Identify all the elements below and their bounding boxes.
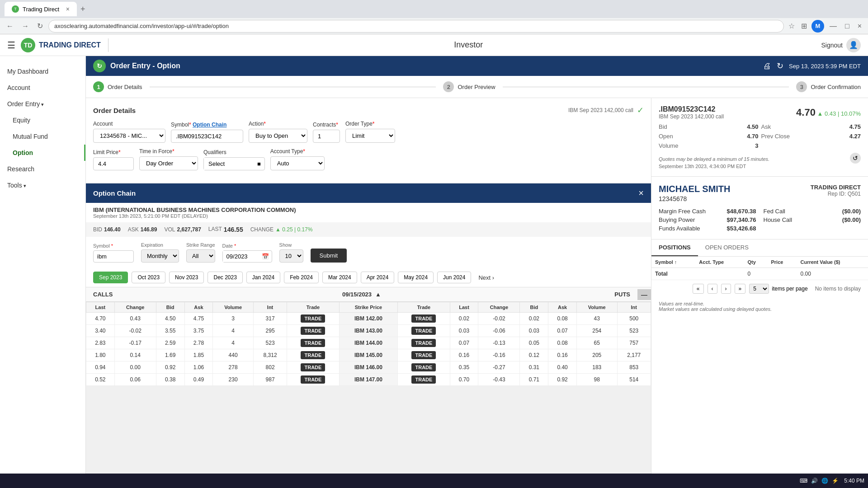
open-orders-tab[interactable]: OPEN ORDERS [698, 239, 756, 256]
submit-button[interactable]: Submit [311, 249, 347, 263]
exp-tab-mar2024[interactable]: Mar 2024 [322, 272, 357, 283]
calls-trade-button-3[interactable]: TRADE [301, 351, 325, 359]
calls-trade-2[interactable]: TRADE [287, 337, 339, 349]
exp-tab-sep2023[interactable]: Sep 2023 [93, 272, 128, 283]
col-acct-type[interactable]: Acct. Type [695, 257, 744, 268]
calls-trade-button-2[interactable]: TRADE [301, 339, 325, 347]
date-filter-label: Date * [222, 243, 272, 249]
puts-trade-3[interactable]: TRADE [398, 349, 450, 361]
back-button[interactable]: ← [4, 20, 16, 32]
puts-trade-button-3[interactable]: TRADE [411, 351, 436, 359]
puts-change-0: -0.02 [478, 313, 520, 325]
date-filter-input[interactable] [223, 251, 259, 262]
form-row-2: Limit Price* Time in Force* Day Order GT… [93, 148, 644, 170]
calls-trade-0[interactable]: TRADE [287, 313, 339, 325]
refresh-button[interactable]: ↻ [777, 61, 783, 71]
contracts-input[interactable] [313, 130, 340, 143]
time-in-force-select[interactable]: Day Order GTC FOK IOC [139, 156, 198, 170]
next-page-button[interactable]: › [721, 284, 731, 294]
forward-button[interactable]: → [19, 20, 32, 32]
col-symbol[interactable]: Symbol ↑ [651, 257, 695, 268]
option-chain-close-button[interactable]: × [638, 188, 644, 198]
window-close-button[interactable]: × [855, 20, 864, 32]
account-type-select[interactable]: Auto Cash Margin [270, 156, 325, 170]
puts-trade-4[interactable]: TRADE [398, 361, 450, 374]
exp-tab-oct2023[interactable]: Oct 2023 [132, 272, 165, 283]
positions-tab[interactable]: POSITIONS [651, 239, 698, 256]
exp-tab-nov2023[interactable]: Nov 2023 [169, 272, 204, 283]
show-filter-select[interactable]: 10 5 20 [279, 249, 303, 263]
sidebar-item-account[interactable]: Account [0, 80, 85, 96]
qualifiers-icon[interactable]: ■ [254, 158, 264, 170]
calendar-icon[interactable]: 📅 [259, 251, 272, 262]
prev-page-button[interactable]: ‹ [708, 284, 717, 294]
order-type-select[interactable]: Limit Market Stop Stop Limit [345, 129, 395, 143]
hamburger-menu[interactable]: ☰ [7, 40, 15, 51]
calls-trade-1[interactable]: TRADE [287, 325, 339, 337]
calls-trade-button-5[interactable]: TRADE [301, 375, 325, 384]
strike-range-filter-select[interactable]: All 5 10 [186, 249, 215, 263]
user-icon[interactable]: 👤 [846, 38, 861, 52]
symbol-input[interactable] [171, 130, 243, 143]
calls-vol-5: 230 [213, 374, 254, 386]
col-qty[interactable]: Qty [744, 257, 768, 268]
extensions-button[interactable]: ⊞ [799, 20, 809, 32]
signout-button[interactable]: Signout [821, 42, 843, 49]
exp-tab-feb2024[interactable]: Feb 2024 [284, 272, 319, 283]
puts-trade-5[interactable]: TRADE [398, 374, 450, 386]
calls-trade-4[interactable]: TRADE [287, 361, 339, 374]
new-tab-button[interactable]: + [80, 5, 85, 14]
sidebar-item-equity[interactable]: Equity [0, 112, 85, 128]
puts-trade-2[interactable]: TRADE [398, 337, 450, 349]
exp-tab-apr2024[interactable]: Apr 2024 [361, 272, 395, 283]
puts-trade-button-5[interactable]: TRADE [411, 375, 436, 384]
stock-refresh-button[interactable]: ↺ [850, 153, 861, 164]
puts-trade-1[interactable]: TRADE [398, 325, 450, 337]
calls-trade-button-0[interactable]: TRADE [301, 314, 325, 323]
calls-trade-button-1[interactable]: TRADE [301, 327, 325, 335]
window-min-button[interactable]: — [827, 20, 840, 32]
exp-tab-may2024[interactable]: May 2024 [398, 272, 434, 283]
limit-price-input[interactable] [93, 157, 134, 170]
reload-button[interactable]: ↻ [34, 20, 46, 32]
puts-trade-button-1[interactable]: TRADE [411, 327, 436, 335]
calls-trade-3[interactable]: TRADE [287, 349, 339, 361]
symbol-filter-input[interactable] [93, 250, 134, 263]
first-page-button[interactable]: « [693, 284, 704, 294]
exp-tab-dec2023[interactable]: Dec 2023 [208, 272, 242, 283]
exp-tab-jun2024[interactable]: Jun 2024 [437, 272, 471, 283]
collapse-button[interactable]: — [637, 289, 651, 300]
address-bar[interactable]: axosclearing.automatedfinancial.com/inve… [48, 20, 784, 33]
option-chain-link[interactable]: Option Chain [193, 122, 226, 128]
sidebar-item-tools[interactable]: Tools [0, 177, 85, 193]
expiration-filter-select[interactable]: Monthly Weekly All [141, 249, 179, 263]
sidebar-item-option[interactable]: Option [0, 145, 85, 161]
col-current-value[interactable]: Current Value ($) [797, 257, 868, 268]
last-page-button[interactable]: » [735, 284, 746, 294]
next-tab-button[interactable]: Next › [475, 272, 498, 283]
sidebar-item-research[interactable]: Research [0, 161, 85, 177]
option-chain-header: Option Chain × [86, 183, 651, 203]
puts-trade-button-0[interactable]: TRADE [411, 314, 436, 323]
print-button[interactable]: 🖨 [763, 61, 771, 71]
calls-trade-button-4[interactable]: TRADE [301, 363, 325, 371]
account-select[interactable]: 12345678 - MIC... [93, 129, 165, 143]
sidebar-item-order-entry[interactable]: Order Entry [0, 96, 85, 112]
puts-trade-0[interactable]: TRADE [398, 313, 450, 325]
qualifiers-input[interactable] [204, 158, 254, 170]
puts-trade-button-2[interactable]: TRADE [411, 339, 436, 347]
col-price[interactable]: Price [768, 257, 797, 268]
exp-tab-jan2024[interactable]: Jan 2024 [246, 272, 280, 283]
calls-trade-5[interactable]: TRADE [287, 374, 339, 386]
tab-close-button[interactable]: × [66, 5, 70, 13]
sidebar-item-mutual-fund[interactable]: Mutual Fund [0, 128, 85, 145]
items-per-page-select[interactable]: 5 10 20 [749, 284, 769, 294]
window-max-button[interactable]: □ [842, 20, 852, 32]
puts-trade-button-4[interactable]: TRADE [411, 363, 436, 371]
ibm-full-name: IBM (INTERNATIONAL BUSINESS MACHINES COR… [93, 206, 644, 213]
action-select[interactable]: Buy to Open Sell to Close Buy to Close S… [249, 129, 307, 143]
star-button[interactable]: ☆ [787, 20, 797, 32]
no-items-label: No items to display [811, 286, 864, 292]
profile-avatar[interactable]: M [811, 20, 824, 33]
sidebar-item-dashboard[interactable]: My Dashboard [0, 63, 85, 80]
